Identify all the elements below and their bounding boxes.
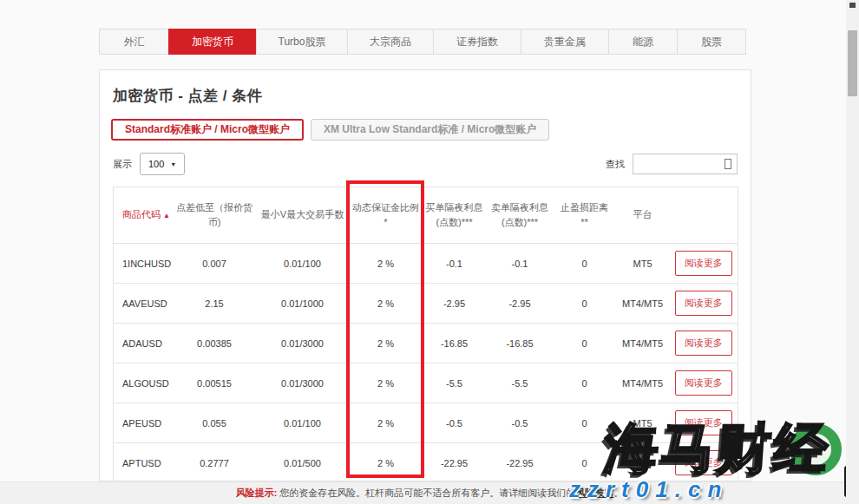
read-more-button[interactable]: 阅读更多 xyxy=(675,331,732,356)
table-row: AAVEUSD2.150.01/10002 %-2.95-2.950MT4/MT… xyxy=(114,284,738,324)
col-header-symbol[interactable]: 商品代码▲ xyxy=(114,187,174,244)
read-more-button[interactable]: 阅读更多 xyxy=(675,450,732,475)
col-header-symbol-label: 商品代码 xyxy=(122,209,161,219)
cell-platform: MT5 xyxy=(616,443,670,482)
tab-commodities[interactable]: 大宗商品 xyxy=(347,29,434,55)
col-header-platform[interactable]: 平台 xyxy=(616,187,670,244)
cell-margin: 2 % xyxy=(350,403,423,443)
cell-swap-short: -22.95 xyxy=(487,443,554,482)
cell-platform: MT5 xyxy=(616,403,670,443)
cell-swap-short: -16.85 xyxy=(487,324,554,363)
cell-margin: 2 % xyxy=(350,284,423,324)
cell-swap-short: -5.5 xyxy=(487,363,554,403)
cell-swap-long: -5.5 xyxy=(423,363,487,403)
cell-swap-long: -2.95 xyxy=(423,284,487,324)
risk-disclosure-link[interactable]: 风险披露 xyxy=(575,487,613,500)
col-header-margin[interactable]: 动态保证金比例 * xyxy=(350,187,423,244)
cell-swap-long: -0.1 xyxy=(423,244,487,284)
search-label: 查找 xyxy=(606,158,625,171)
cell-spread: 0.00385 xyxy=(174,324,256,363)
table-row: APEUSD0.0550.01/1002 %-0.5-0.50MT5阅读更多 xyxy=(114,403,738,443)
tab-stocks[interactable]: 股票 xyxy=(677,29,746,55)
table-row: ADAUSD0.003850.01/30002 %-16.85-16.850MT… xyxy=(114,324,738,363)
risk-warning-text: 您的资金存在风险。杠杆商品可能不适合所有客户。请详细阅读我们的 xyxy=(279,487,575,500)
cell-margin: 2 % xyxy=(350,443,423,482)
cell-spread: 2.15 xyxy=(174,284,256,324)
cell-swap-long: -0.5 xyxy=(423,403,487,443)
cell-spread: 0.055 xyxy=(174,403,256,443)
tab-crypto[interactable]: 加密货币 xyxy=(168,29,257,55)
cell-limit-stop: 0 xyxy=(554,244,616,284)
risk-warning-bar: 风险提示: 您的资金存在风险。杠杆商品可能不适合所有客户。请详细阅读我们的 风险… xyxy=(0,481,859,504)
cell-lots: 0.01/1000 xyxy=(256,284,350,324)
page-title: 加密货币 - 点差 / 条件 xyxy=(113,86,751,106)
col-header-swap-long[interactable]: 买单隔夜利息 (点数)*** xyxy=(423,187,487,244)
cell-platform: MT5 xyxy=(616,244,670,284)
page-size-value: 100 xyxy=(148,159,164,169)
cell-limit-stop: 0 xyxy=(554,324,616,363)
chevron-down-icon: ▼ xyxy=(170,161,176,167)
cell-platform: MT4/MT5 xyxy=(616,363,670,403)
cell-spread: 0.007 xyxy=(174,244,256,284)
cell-code: APEUSD xyxy=(114,403,174,443)
cell-code: ALGOUSD xyxy=(114,363,174,403)
cell-actions: 阅读更多 xyxy=(670,324,738,363)
scroll-top-icon xyxy=(849,3,856,8)
cell-code: APTUSD xyxy=(114,443,174,482)
table-row: ALGOUSD0.005150.01/30002 %-5.5-5.50MT4/M… xyxy=(114,363,738,403)
cell-actions: 阅读更多 xyxy=(670,363,738,403)
tab-precious-metals[interactable]: 贵重金属 xyxy=(521,29,609,55)
cell-actions: 阅读更多 xyxy=(670,403,738,443)
cell-code: ADAUSD xyxy=(114,324,174,363)
spreads-table: 商品代码▲ 点差低至（报价货币) 最小V最大交易手数 动态保证金比例 * 买单隔… xyxy=(113,187,738,481)
read-more-button[interactable]: 阅读更多 xyxy=(675,410,732,435)
cell-lots: 0.01/3000 xyxy=(256,363,350,403)
cell-platform: MT4/MT5 xyxy=(616,324,670,363)
cell-margin: 2 % xyxy=(350,363,423,403)
sort-asc-icon: ▲ xyxy=(163,212,170,219)
col-header-spread[interactable]: 点差低至（报价货币) xyxy=(174,187,256,244)
tab-equity-indices[interactable]: 证券指数 xyxy=(433,29,521,55)
cell-margin: 2 % xyxy=(350,324,423,363)
crypto-spreads-card: 加密货币 - 点差 / 条件 Standard标准账户 / Micro微型账户 … xyxy=(99,69,751,481)
account-type-tabs: Standard标准账户 / Micro微型账户 XM Ultra Low St… xyxy=(111,119,751,141)
read-more-button[interactable]: 阅读更多 xyxy=(675,291,732,316)
page-size-select[interactable]: 100 ▼ xyxy=(140,153,185,175)
col-header-actions xyxy=(670,187,738,244)
read-more-button[interactable]: 阅读更多 xyxy=(675,370,732,396)
account-tab-standard-micro[interactable]: Standard标准账户 / Micro微型账户 xyxy=(111,119,304,141)
cell-swap-short: -0.1 xyxy=(487,244,554,284)
read-more-button[interactable]: 阅读更多 xyxy=(675,251,732,276)
instrument-tab-bar: 外汇 加密货币 Turbo股票 大宗商品 证券指数 贵重金属 能源 股票 xyxy=(99,29,751,55)
col-header-limit-stop[interactable]: 止盈损距离 ** xyxy=(554,187,616,244)
cell-actions: 阅读更多 xyxy=(670,284,738,324)
scrollbar-thumb[interactable] xyxy=(848,30,857,96)
cell-actions: 阅读更多 xyxy=(670,443,738,482)
cell-lots: 0.01/100 xyxy=(256,244,350,284)
cell-code: 1INCHUSD xyxy=(114,244,174,284)
cell-limit-stop: 0 xyxy=(554,363,616,403)
table-header-row: 商品代码▲ 点差低至（报价货币) 最小V最大交易手数 动态保证金比例 * 买单隔… xyxy=(114,187,738,244)
tab-forex[interactable]: 外汇 xyxy=(99,29,169,55)
cell-lots: 0.01/500 xyxy=(256,443,350,482)
risk-warning-label: 风险提示: xyxy=(236,487,278,500)
cell-swap-long: -16.85 xyxy=(423,324,487,363)
cell-swap-short: -2.95 xyxy=(487,284,554,324)
cell-swap-long: -22.95 xyxy=(423,443,487,482)
cell-lots: 0.01/100 xyxy=(256,403,350,443)
tab-energies[interactable]: 能源 xyxy=(608,29,678,55)
col-header-swap-short[interactable]: 卖单隔夜利息 (点数)*** xyxy=(487,187,554,244)
watermark-logo-circle xyxy=(790,423,842,475)
cell-swap-short: -0.5 xyxy=(487,403,554,443)
table-row: 1INCHUSD0.0070.01/1002 %-0.1-0.10MT5阅读更多 xyxy=(114,244,738,284)
tab-turbo-stocks[interactable]: Turbo股票 xyxy=(256,29,348,55)
cell-spread: 0.2777 xyxy=(174,443,256,482)
cell-platform: MT4/MT5 xyxy=(616,284,670,324)
account-tab-ultra-low[interactable]: XM Ultra Low Standard标准 / Micro微型账户 xyxy=(311,119,549,141)
cell-limit-stop: 0 xyxy=(554,403,616,443)
scrollbar[interactable] xyxy=(846,0,859,504)
cell-limit-stop: 0 xyxy=(554,284,616,324)
search-input[interactable] xyxy=(633,154,738,174)
cell-actions: 阅读更多 xyxy=(670,244,738,284)
col-header-lots[interactable]: 最小V最大交易手数 xyxy=(256,187,350,244)
